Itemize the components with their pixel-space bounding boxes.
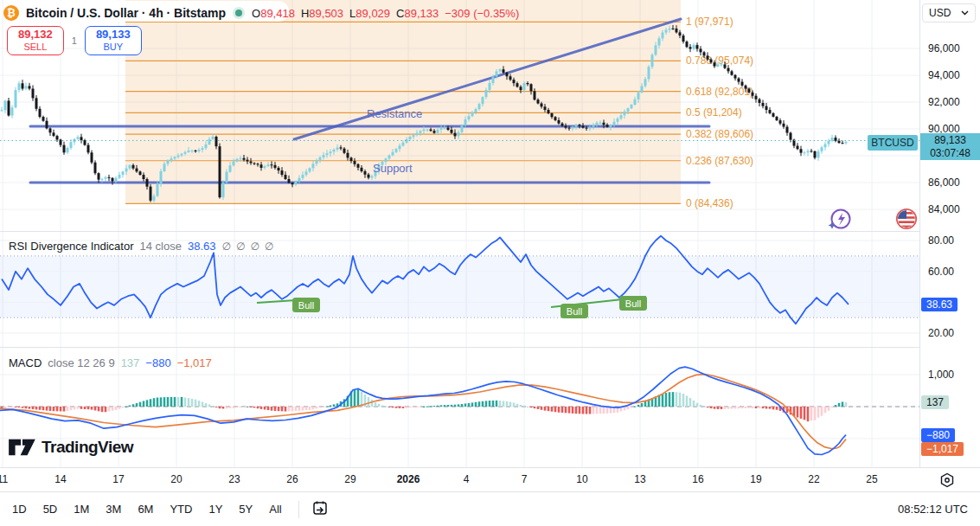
date-tick-label: 22 bbox=[808, 473, 819, 485]
range-button-1y[interactable]: 1Y bbox=[208, 503, 222, 516]
sell-button[interactable]: 89,132 SELL bbox=[7, 26, 64, 55]
hexagon-settings-icon[interactable] bbox=[939, 472, 955, 491]
macd-histogram-bar bbox=[260, 407, 263, 409]
range-button-ytd[interactable]: YTD bbox=[170, 503, 192, 516]
candle-body bbox=[790, 133, 792, 140]
macd-histogram-bar bbox=[731, 407, 733, 409]
range-button-6m[interactable]: 6M bbox=[138, 503, 153, 516]
date-tick-label: 23 bbox=[228, 473, 240, 485]
candle-body bbox=[838, 141, 841, 143]
candle-body bbox=[208, 139, 211, 144]
resistance-label[interactable]: Resistance bbox=[367, 107, 422, 120]
candle-body bbox=[198, 150, 201, 151]
candle-body bbox=[288, 179, 291, 183]
macd-histogram-bar bbox=[509, 402, 512, 407]
macd-histogram-bar bbox=[319, 407, 322, 407]
macd-histogram-bar bbox=[727, 407, 730, 409]
candle-body bbox=[485, 90, 488, 97]
macd-histogram-bar bbox=[703, 407, 706, 407]
symbol-legend[interactable]: ₿ Bitcoin / U.S. Dollar · 4h · Bitstamp … bbox=[3, 3, 519, 23]
macd-histogram-bar bbox=[482, 401, 484, 407]
candle-body bbox=[188, 151, 190, 152]
go-to-date-icon[interactable] bbox=[311, 499, 329, 520]
us-flag-icon[interactable] bbox=[895, 208, 918, 234]
macd-histogram-bar bbox=[60, 407, 62, 411]
macd-histogram-bar bbox=[402, 407, 405, 408]
candle-body bbox=[679, 32, 682, 35]
macd-histogram-bar bbox=[236, 407, 239, 407]
macd-histogram-bar bbox=[281, 407, 284, 411]
macd-histogram-bar bbox=[188, 398, 190, 407]
candle-body bbox=[368, 175, 370, 178]
macd-histogram-bar bbox=[74, 407, 76, 409]
macd-histogram-bar bbox=[492, 401, 495, 407]
candle-body bbox=[824, 144, 827, 148]
price-axis[interactable]: 96,00094,00092,00090,00086,00084,00089,1… bbox=[919, 0, 980, 467]
buy-button[interactable]: 89,133 BUY bbox=[85, 26, 142, 55]
candle-body bbox=[682, 35, 685, 42]
macd-histogram-bar bbox=[461, 404, 464, 407]
range-button-3m[interactable]: 3M bbox=[106, 503, 121, 516]
range-button-5y[interactable]: 5Y bbox=[239, 503, 253, 516]
macd-histogram-bar bbox=[395, 407, 398, 408]
candle-body bbox=[11, 107, 14, 115]
macd-histogram-bar bbox=[53, 407, 55, 411]
macd-histogram-bar bbox=[250, 407, 253, 407]
candle-body bbox=[651, 55, 654, 67]
macd-histogram-bar bbox=[420, 407, 422, 407]
candle-body bbox=[454, 133, 457, 137]
clock-utc: 08:52:12 UTC bbox=[898, 503, 968, 516]
candle-body bbox=[797, 146, 799, 150]
macd-histogram-bar bbox=[430, 406, 432, 407]
candle-body bbox=[226, 172, 228, 183]
spark-lightning-icon[interactable] bbox=[827, 208, 853, 234]
macd-histogram-bar bbox=[101, 407, 104, 412]
candle-body bbox=[153, 196, 156, 201]
candle-body bbox=[516, 83, 519, 87]
candle-body bbox=[364, 171, 367, 175]
candle-body bbox=[620, 115, 623, 119]
candle-body bbox=[139, 171, 142, 175]
macd-histogram-bar bbox=[717, 407, 720, 409]
macd-histogram-bar bbox=[464, 403, 467, 407]
macd-histogram-bar bbox=[146, 400, 149, 407]
pane-separator[interactable] bbox=[0, 347, 980, 348]
macd-histogram-bar bbox=[637, 405, 640, 407]
macd-histogram-bar bbox=[586, 407, 588, 414]
range-button-all[interactable]: All bbox=[269, 503, 281, 516]
ohlc-values: O89,418 H89,503 L89,029 C89,133 −309 (−0… bbox=[252, 7, 519, 20]
macd-indicator-header[interactable]: MACD close 12 26 9 137 −880 −1,017 bbox=[9, 356, 212, 369]
date-tick-label: 2026 bbox=[397, 473, 420, 485]
macd-histogram-bar bbox=[520, 405, 522, 407]
candle-body bbox=[786, 127, 789, 133]
macd-histogram-bar bbox=[150, 399, 152, 407]
macd-histogram-bar bbox=[634, 407, 637, 407]
candle-body bbox=[665, 29, 668, 32]
symbol-price-chip[interactable]: BTCUSD bbox=[868, 135, 918, 151]
macd-histogram-bar bbox=[409, 407, 412, 407]
candle-body bbox=[243, 158, 246, 160]
candle-body bbox=[222, 183, 225, 197]
macd-histogram-bar bbox=[4, 407, 7, 407]
fib-level-label: 0.5 (91,204) bbox=[686, 106, 742, 119]
tradingview-logo[interactable]: TradingView bbox=[7, 436, 133, 459]
candle-body bbox=[326, 153, 329, 155]
close-value: 89,133 bbox=[404, 7, 439, 20]
macd-histogram-bar bbox=[679, 393, 682, 407]
candle-body bbox=[136, 169, 138, 172]
macd-histogram-bar bbox=[56, 407, 59, 411]
time-axis[interactable]: 11141720232629202647101316192225 bbox=[0, 467, 980, 491]
candle-body bbox=[430, 130, 432, 132]
candle-body bbox=[409, 137, 412, 139]
range-button-1d[interactable]: 1D bbox=[12, 503, 27, 516]
currency-selector[interactable]: USD bbox=[922, 3, 976, 22]
support-label[interactable]: Support bbox=[373, 162, 413, 175]
candle-body bbox=[350, 157, 353, 161]
macd-histogram-bar bbox=[748, 407, 751, 408]
candle-body bbox=[606, 125, 609, 126]
range-button-5d[interactable]: 5D bbox=[43, 503, 58, 516]
macd-histogram-bar bbox=[631, 407, 633, 407]
range-button-1m[interactable]: 1M bbox=[74, 503, 89, 516]
candle-body bbox=[395, 149, 398, 152]
rsi-indicator-header[interactable]: RSI Divergence Indicator 14 close 38.63 … bbox=[9, 240, 279, 253]
